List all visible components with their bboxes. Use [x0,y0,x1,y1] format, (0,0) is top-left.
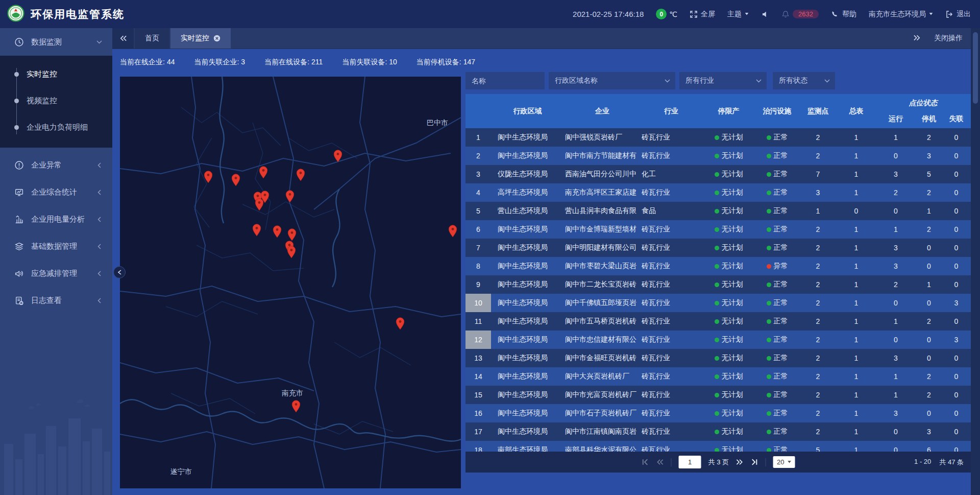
table-row[interactable]: 10阆中生态环境局阆中千佛镇五郎垭页岩砖瓦行业无计划正常21003 [465,294,971,312]
first-page-button[interactable] [642,459,649,465]
map-pin-icon[interactable] [334,150,342,162]
tab-realtime-monitor[interactable]: 实时监控 [170,28,231,49]
map-pin-icon[interactable] [287,246,296,258]
col-points: 监测点 [799,94,837,128]
cell-facility-status: 正常 [755,404,799,422]
table-row[interactable]: 16阆中生态环境局阆中市石子页岩机砖厂砖瓦行业无计划正常21300 [465,404,971,422]
logout-button[interactable]: 退出 [945,10,971,19]
scrollbar-thumb[interactable] [973,32,978,104]
status-dot-icon [767,430,771,434]
status-item: 当前在线设备:211 [264,58,323,67]
prev-page-button[interactable] [656,459,664,465]
table-row[interactable]: 9阆中生态环境局阆中市二龙长宝页岩砖砖瓦行业无计划正常21210 [465,275,971,294]
table-row[interactable]: 11阆中生态环境局阆中市五马桥页岩机砖砖瓦行业无计划正常21120 [465,312,971,331]
table-row[interactable]: 13阆中生态环境局阆中市金福旺页岩机砖砖瓦行业无计划正常21300 [465,349,971,367]
table-row[interactable]: 4高坪生态环境局南充市高坪区王家店建砖瓦行业无计划正常31220 [465,183,971,202]
table-row[interactable]: 3仪陇生态环境局西南油气田分公司川中化工无计划正常71350 [465,165,971,183]
page-scrollbar[interactable] [971,28,980,495]
status-dot-icon [767,393,771,397]
close-operations-button[interactable]: 关闭操作 [934,34,963,43]
sidebar-subitem[interactable]: 实时监控 [0,61,112,87]
tab-home[interactable]: 首页 [135,28,169,49]
cell-lost: 0 [942,257,971,275]
cell-limit-status: 无计划 [702,128,755,147]
map-canvas[interactable]: 巴中市南充市遂宁市 [120,77,461,488]
map-pin-icon[interactable] [255,199,263,210]
cell-meters: 1 [837,294,875,312]
help-button[interactable]: 帮助 [831,10,856,19]
bullet-dot-icon [14,99,19,103]
sidebar-item-megaphone[interactable]: 应急减排管理 [0,260,112,287]
table-row[interactable]: 8阆中生态环境局阆中市枣碧大梁山页岩砖瓦行业无计划异常21300 [465,257,971,275]
map-pin-icon[interactable] [396,318,404,329]
table-row[interactable]: 7阆中生态环境局阆中明阳建材有限公司砖瓦行业无计划正常21300 [465,239,971,257]
sidebar-item-log[interactable]: 日志查看 [0,287,112,314]
table-row[interactable]: 17阆中生态环境局阆中市江南镇阆南页岩砖瓦行业无计划正常21030 [465,422,971,441]
tabs-scroll-left-button[interactable] [112,28,134,49]
table-row[interactable]: 6阆中生态环境局阆中市金博瑞新型墙材砖瓦行业无计划正常21120 [465,220,971,239]
map-pin-icon[interactable] [232,174,240,186]
map-pin-icon[interactable] [273,226,281,238]
sidebar-item-stats[interactable]: 企业综合统计 [0,179,112,206]
cell-meters: 1 [837,183,875,202]
map-pin-icon[interactable] [297,169,305,181]
tabs-scroll-right-button[interactable] [913,34,921,42]
fullscreen-button[interactable]: 全屏 [690,10,715,19]
stats-icon [14,187,24,197]
panel-collapse-button[interactable] [113,266,126,278]
sidebar-subitem-label: 企业电力负荷明细 [27,123,88,132]
col-facility: 治污设施 [755,94,799,128]
sidebar-item-chart[interactable]: 企业用电量分析 [0,206,112,233]
cell-points: 2 [799,220,837,239]
sidebar-item-layers[interactable]: 基础数据管理 [0,233,112,260]
sidebar-subitem[interactable]: 视频监控 [0,87,112,114]
table-row[interactable]: 1阆中生态环境局阆中强锐页岩砖厂砖瓦行业无计划正常21120 [465,128,971,147]
map-pin-icon[interactable] [288,229,296,241]
table-row[interactable]: 14阆中生态环境局阆中大兴页岩机砖厂砖瓦行业无计划正常21120 [465,367,971,386]
cell-facility-status: 正常 [755,367,799,386]
region-filter-select[interactable]: 行政区域名称 [549,72,675,89]
cell-industry: 化工 [641,165,702,183]
cell-stop: 2 [916,128,942,147]
next-page-button[interactable] [736,459,744,465]
top-header: 环保用电监管系统 2021-02-25 17:46:18 0 ℃ 全屏 主题 2… [0,0,980,28]
page-size-select[interactable]: 20 [773,456,795,468]
organization-dropdown[interactable]: 南充市生态环境局 [869,10,933,19]
page-number-input[interactable] [679,456,701,468]
map-pin-icon[interactable] [286,191,294,202]
sound-button[interactable] [761,10,769,18]
cell-facility-status: 异常 [755,257,799,275]
cell-run: 3 [875,404,916,422]
sidebar-subitem[interactable]: 企业电力负荷明细 [0,114,112,140]
divider [671,458,672,466]
map-pin-icon[interactable] [259,167,267,178]
tab-close-icon[interactable] [213,35,220,42]
theme-dropdown[interactable]: 主题 [727,10,749,19]
map-pin-icon[interactable] [253,224,261,236]
table-row[interactable]: 15阆中生态环境局阆中市光富页岩机砖厂砖瓦行业无计划正常21120 [465,386,971,404]
sidebar-item-alert[interactable]: 企业异常 [0,152,112,179]
map-pin-icon[interactable] [449,225,457,237]
table-row[interactable]: 12阆中生态环境局阆中市忠信建材有限公砖瓦行业无计划正常21003 [465,331,971,349]
cell-points: 2 [799,331,837,349]
table-row[interactable]: 2阆中生态环境局阆中市南方节能建材有砖瓦行业无计划正常21030 [465,147,971,165]
notifications[interactable]: 2632 [781,10,819,18]
sidebar-item-monitor[interactable]: 数据监测 [0,28,112,56]
table-row[interactable]: 18南部生态环境局南部县科华水泥有限公砖瓦行业无计划正常51060 [465,441,971,452]
industry-filter-select[interactable]: 所有行业 [679,72,767,89]
map-pin-layer [204,150,457,412]
last-page-button[interactable] [751,459,758,465]
chevron-down-icon [96,39,102,45]
cell-run: 0 [875,422,916,441]
cell-meters: 1 [837,220,875,239]
cell-facility-status: 正常 [755,349,799,367]
notification-badge: 2632 [793,10,819,18]
row-index: 9 [465,275,491,294]
status-filter-select[interactable]: 所有状态 [773,72,835,89]
table-row[interactable]: 5营山生态环境局营山县润丰肉食品有限食品无计划正常10010 [465,202,971,220]
cell-industry: 砖瓦行业 [641,239,702,257]
row-index: 5 [465,202,491,220]
total-pages-label: 共 3 页 [708,458,729,467]
map-pin-icon[interactable] [292,400,300,412]
name-filter-input[interactable] [465,72,545,89]
